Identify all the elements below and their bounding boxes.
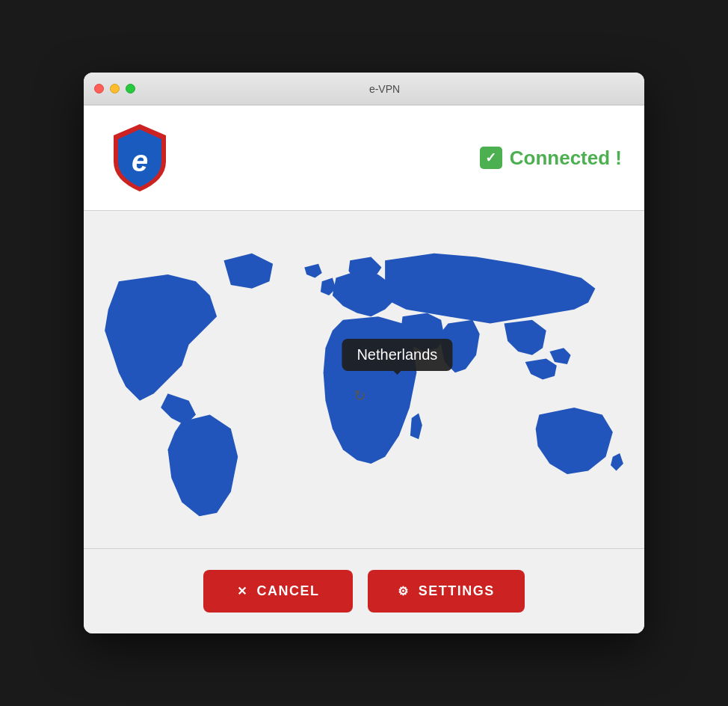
settings-label: SETTINGS [419,583,495,599]
minimize-button[interactable] [110,84,120,93]
titlebar: e-VPN [84,73,644,105]
close-button[interactable] [94,84,104,93]
settings-icon: ⚙ [398,584,410,598]
cancel-icon: ✕ [237,584,248,598]
window-title: e-VPN [135,83,634,95]
app-window: e-VPN e ✓ Connected ! [84,73,644,633]
header: e ✓ Connected ! [84,105,644,211]
app-logo: e [106,120,173,195]
map-area[interactable]: Netherlands ↻ [84,211,644,549]
footer: ✕ CANCEL ⚙ SETTINGS [84,549,644,633]
world-map[interactable] [84,211,644,548]
settings-button[interactable]: ⚙ SETTINGS [368,570,525,613]
status-badge: ✓ [480,147,502,169]
checkmark-icon: ✓ [485,150,496,166]
logo-container: e [106,120,173,195]
connection-status: ✓ Connected ! [480,147,622,170]
svg-text:e: e [132,144,148,177]
traffic-lights [94,84,135,93]
cancel-label: CANCEL [256,583,319,599]
status-text: Connected ! [510,147,622,170]
reconnect-icon: ↻ [354,387,366,405]
cancel-button[interactable]: ✕ CANCEL [203,570,353,613]
maximize-button[interactable] [126,84,135,93]
